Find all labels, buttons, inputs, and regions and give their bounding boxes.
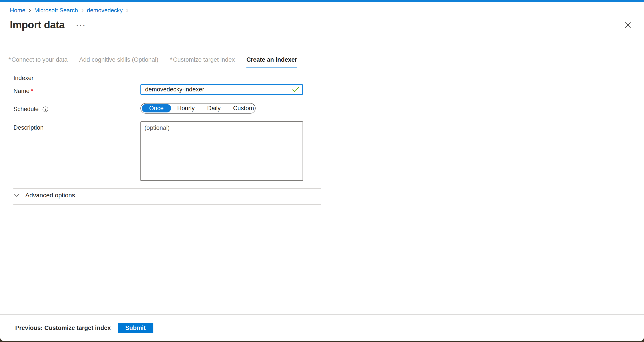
indexer-section-label: Indexer <box>14 75 34 82</box>
footer-divider <box>0 314 644 314</box>
breadcrumb-demovedecky[interactable]: demovedecky <box>87 7 122 14</box>
more-options-button[interactable]: ··· <box>76 22 86 29</box>
description-textarea[interactable] <box>140 122 303 181</box>
tab-customize-target-index[interactable]: *Customize target index <box>170 56 235 68</box>
breadcrumb: Home Microsoft.Search demovedecky <box>10 7 129 14</box>
tab-label: Create an indexer <box>246 56 297 63</box>
tab-connect-to-your-data[interactable]: *Connect to your data <box>8 56 68 68</box>
schedule-label-text: Schedule <box>14 106 39 113</box>
indexer-name-input[interactable] <box>140 84 303 95</box>
submit-button[interactable]: Submit <box>118 323 154 333</box>
info-icon[interactable] <box>42 106 48 112</box>
close-icon <box>625 22 631 28</box>
advanced-options-label: Advanced options <box>25 192 75 199</box>
name-field-label: Name* <box>14 88 33 94</box>
chevron-right-icon <box>126 8 129 13</box>
schedule-toggle-group: Once Hourly Daily Custom <box>140 103 256 114</box>
chevron-down-icon <box>14 194 20 197</box>
required-marker: * <box>8 56 11 63</box>
divider <box>14 188 321 189</box>
tab-label: Customize target index <box>173 56 235 63</box>
schedule-field-label: Schedule <box>14 106 48 113</box>
name-label-text: Name <box>14 88 30 94</box>
tab-label: Add cognitive skills (Optional) <box>79 56 158 63</box>
valid-check-icon <box>292 87 300 94</box>
tab-label: Connect to your data <box>12 56 68 63</box>
page-title: Import data <box>10 19 64 31</box>
import-data-panel: Home Microsoft.Search demovedecky Import… <box>0 0 644 341</box>
schedule-option-daily[interactable]: Daily <box>201 105 227 112</box>
advanced-options-toggle[interactable]: Advanced options <box>14 192 75 199</box>
breadcrumb-microsoft-search[interactable]: Microsoft.Search <box>34 7 78 14</box>
portal-top-accent-bar <box>0 0 644 2</box>
schedule-option-hourly[interactable]: Hourly <box>171 105 201 112</box>
required-marker: * <box>170 56 172 63</box>
breadcrumb-home[interactable]: Home <box>10 7 25 14</box>
chevron-right-icon <box>28 8 31 13</box>
previous-step-button[interactable]: Previous: Customize target index <box>10 323 116 333</box>
wizard-tabs: *Connect to your data Add cognitive skil… <box>8 56 297 68</box>
description-field-label: Description <box>14 124 44 131</box>
schedule-option-once[interactable]: Once <box>142 104 171 112</box>
close-button[interactable] <box>624 20 632 30</box>
tab-add-cognitive-skills[interactable]: Add cognitive skills (Optional) <box>79 56 158 68</box>
schedule-option-custom[interactable]: Custom <box>227 105 260 112</box>
chevron-right-icon <box>81 8 84 13</box>
page-header: Import data ··· <box>10 19 86 31</box>
tab-create-an-indexer[interactable]: Create an indexer <box>246 56 297 68</box>
name-field-wrap <box>140 84 303 95</box>
required-marker: * <box>31 88 33 94</box>
divider <box>14 204 321 205</box>
